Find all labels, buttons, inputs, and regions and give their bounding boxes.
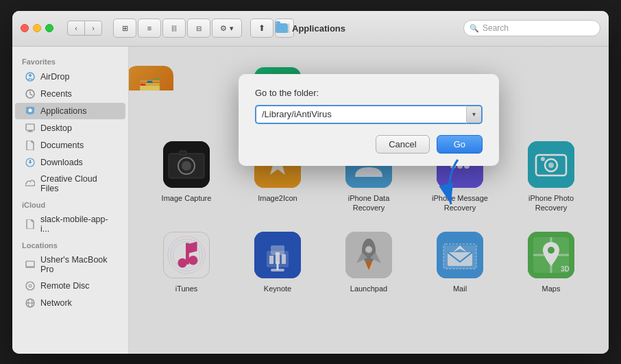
locations-label: Locations <box>12 237 128 252</box>
maximize-button[interactable] <box>45 24 53 32</box>
clock-icon <box>25 88 36 99</box>
close-button[interactable] <box>21 24 29 32</box>
svg-rect-8 <box>29 160 31 163</box>
network-label: Network <box>40 298 72 308</box>
dialog-input-row: ▾ <box>255 105 483 124</box>
svg-point-12 <box>29 284 32 287</box>
applications-label: Applications <box>40 106 86 116</box>
recents-label: Recents <box>40 89 72 99</box>
sidebar-item-network[interactable]: Network <box>15 295 125 311</box>
dialog-title: Go to the folder: <box>255 88 483 98</box>
macbook-label: Usher's MacBook Pro <box>40 255 116 274</box>
slack-label: slack-mobile-app-i... <box>40 215 116 234</box>
documents-icon <box>25 140 36 151</box>
sidebar-item-macbook[interactable]: Usher's MacBook Pro <box>15 252 125 277</box>
dialog-buttons: Cancel Go <box>255 135 483 154</box>
svg-point-3 <box>29 108 32 112</box>
applications-icon <box>25 106 36 117</box>
forward-button[interactable]: › <box>84 21 102 36</box>
folder-path-input[interactable] <box>255 105 466 124</box>
favorites-label: Favorites <box>12 53 128 68</box>
sidebar-item-applications[interactable]: Applications <box>15 103 125 119</box>
gallery-view-button[interactable]: ⊟ <box>187 19 210 38</box>
icloud-label: iCloud <box>12 197 128 211</box>
desktop-icon <box>25 123 36 134</box>
file-area: 🗂️ 8 Icons8 <box>129 47 609 354</box>
sidebar-item-downloads[interactable]: Downloads <box>15 154 125 171</box>
sidebar-item-creative-cloud[interactable]: Creative Cloud Files <box>15 171 125 196</box>
sidebar-item-recents[interactable]: Recents <box>15 86 125 102</box>
nav-buttons: ‹ › ⊞ ≡ ||| ⊟ ⚙ ▾ ⬆ ⬜ <box>67 19 294 38</box>
main-area: Favorites AirDrop Recents Applications <box>12 47 609 354</box>
sidebar-item-remote-disc[interactable]: Remote Disc <box>15 278 125 294</box>
sidebar: Favorites AirDrop Recents Applications <box>12 47 129 354</box>
svg-point-11 <box>26 282 34 290</box>
downloads-label: Downloads <box>40 158 83 167</box>
airdrop-label: AirDrop <box>40 72 69 82</box>
finder-window: ‹ › ⊞ ≡ ||| ⊟ ⚙ ▾ ⬆ ⬜ Applications 🔍 <box>12 11 609 354</box>
minimize-button[interactable] <box>33 24 41 32</box>
sidebar-item-documents[interactable]: Documents <box>15 137 125 154</box>
laptop-icon <box>25 259 36 270</box>
list-view-button[interactable]: ≡ <box>138 19 161 38</box>
slack-doc-icon <box>25 219 36 230</box>
arrange-button[interactable]: ⚙ ▾ <box>212 19 242 38</box>
sidebar-item-desktop[interactable]: Desktop <box>15 120 125 136</box>
go-button[interactable]: Go <box>437 135 483 154</box>
airdrop-icon <box>25 71 36 82</box>
back-button[interactable]: ‹ <box>67 21 85 36</box>
folder-dropdown-button[interactable]: ▾ <box>466 105 483 124</box>
documents-label: Documents <box>40 141 84 150</box>
svg-rect-6 <box>27 131 33 132</box>
desktop-label: Desktop <box>40 123 72 133</box>
network-icon <box>25 298 36 308</box>
downloads-icon <box>25 157 36 168</box>
icon-view-button[interactable]: ⊞ <box>113 19 136 38</box>
goto-folder-dialog: Go to the folder: ▾ Cancel Go <box>239 74 499 166</box>
svg-point-1 <box>29 74 32 77</box>
folder-icon <box>276 23 288 33</box>
window-title: Applications <box>276 23 345 34</box>
cloud-icon <box>25 178 36 189</box>
remote-disc-label: Remote Disc <box>40 281 90 291</box>
dialog-overlay: Go to the folder: ▾ Cancel Go <box>129 47 609 354</box>
creative-cloud-label: Creative Cloud Files <box>40 174 116 193</box>
svg-rect-9 <box>26 261 34 267</box>
sidebar-item-slack[interactable]: slack-mobile-app-i... <box>15 212 125 236</box>
traffic-lights <box>21 24 53 32</box>
svg-rect-5 <box>29 130 32 132</box>
search-icon: 🔍 <box>470 24 479 33</box>
sidebar-item-airdrop[interactable]: AirDrop <box>15 69 125 85</box>
arrow-pointer <box>437 156 478 214</box>
title-bar: ‹ › ⊞ ≡ ||| ⊟ ⚙ ▾ ⬆ ⬜ Applications 🔍 <box>12 11 609 47</box>
share-button[interactable]: ⬆ <box>250 19 273 38</box>
search-bar[interactable]: 🔍 Search <box>463 20 600 36</box>
svg-rect-10 <box>25 267 35 268</box>
disc-icon <box>25 280 36 291</box>
svg-rect-4 <box>26 124 34 130</box>
column-view-button[interactable]: ||| <box>162 19 186 38</box>
cancel-button[interactable]: Cancel <box>376 135 429 154</box>
